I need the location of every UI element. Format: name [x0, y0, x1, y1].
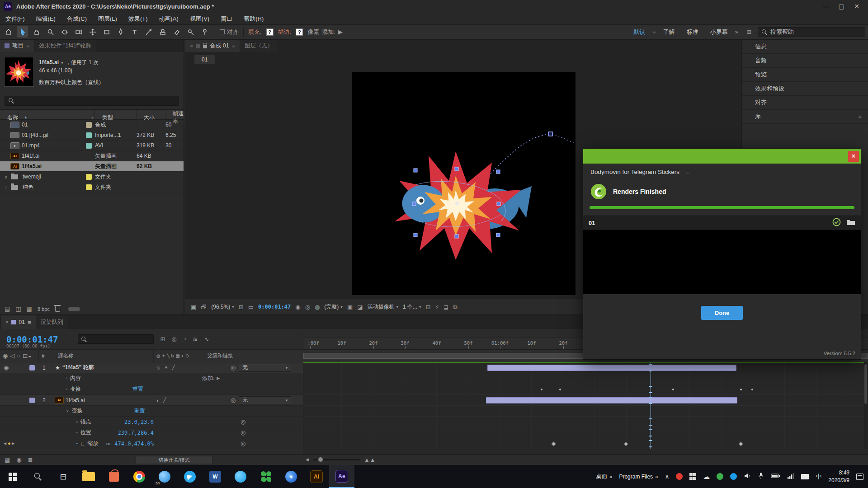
shape-tool[interactable] — [101, 26, 112, 38]
layer-name[interactable]: 1f4a5.ai — [66, 397, 85, 404]
panel-preview[interactable]: 预览 — [742, 68, 868, 82]
start-button[interactable] — [0, 465, 25, 488]
project-row[interactable]: ›纯色 文件夹 — [0, 182, 184, 192]
expand-layers-icon[interactable]: ▦ — [5, 457, 10, 463]
timeline-scrollbar[interactable] — [864, 362, 868, 449]
always-preview-icon[interactable]: ▣ — [191, 304, 196, 310]
label-chip[interactable] — [86, 164, 92, 169]
selection-tool[interactable] — [17, 26, 28, 38]
composition-artwork[interactable] — [352, 72, 576, 295]
keyframe-dot[interactable] — [751, 389, 753, 390]
interpret-footage-icon[interactable]: ▤ — [5, 306, 10, 312]
layer-label-chip[interactable] — [29, 398, 35, 403]
fast-previews-icon[interactable]: ⚡ — [435, 304, 439, 310]
menu-window[interactable]: 窗口 — [221, 15, 232, 23]
add-property-button[interactable]: 添加:▶ — [202, 375, 220, 382]
fill-swatch[interactable]: ? — [266, 28, 274, 36]
task-view-button[interactable]: ⊟ — [51, 465, 76, 488]
hand-tool[interactable] — [31, 26, 42, 38]
snap-checkbox[interactable]: 对齐 — [220, 29, 239, 35]
ime-indicator[interactable]: 中 — [816, 473, 821, 481]
pixel-aspect-icon[interactable]: ⊟ — [426, 304, 431, 310]
eraser-tool[interactable] — [171, 26, 182, 38]
microphone-icon[interactable] — [758, 472, 764, 481]
timeline-property-row[interactable]: ›内容 添加:▶ — [0, 373, 303, 384]
keyframe-dot[interactable] — [740, 389, 742, 390]
tab-project[interactable]: 项目≡ — [0, 40, 34, 52]
resolution-select[interactable]: (完整)▾ — [324, 303, 343, 311]
touch-keyboard-icon[interactable] — [801, 474, 809, 479]
project-row-selected[interactable]: Ai1f4a5.ai 矢量插画62 KB — [0, 161, 184, 172]
clock[interactable]: 8:49 2020/3/9 — [828, 469, 849, 483]
viewer-tab-01[interactable]: 01 — [194, 55, 215, 64]
stopwatch-icon[interactable]: ◔ — [75, 441, 78, 446]
minimize-button[interactable]: — — [818, 0, 834, 13]
speedball-app-icon[interactable]: .60 — [152, 465, 177, 488]
brush-tool[interactable] — [143, 26, 154, 38]
tab-timeline-01[interactable]: × 01≡ — [1, 315, 36, 329]
word-icon[interactable]: W — [203, 465, 228, 488]
desktop-toolbar[interactable]: 桌面» — [596, 473, 613, 480]
graph-editor-icon[interactable]: ∿ — [204, 336, 209, 342]
composition-canvas[interactable] — [352, 72, 576, 295]
layer-name[interactable]: “1f4a5” 轮廓 — [62, 364, 94, 371]
menu-animation[interactable]: 动画(A) — [159, 15, 179, 23]
flowchart-icon[interactable]: ⧉ — [453, 304, 458, 310]
tab-effect-controls[interactable]: 效果控件 "1f41f"轮廓 — [35, 40, 96, 52]
dialog-titlebar[interactable]: ✕ — [583, 149, 861, 164]
show-snapshot-icon[interactable]: ◎ — [305, 304, 310, 310]
dialog-menu-icon[interactable]: ≡ — [686, 169, 689, 175]
grid-options-icon[interactable]: ⊞ — [239, 304, 244, 310]
label-chip[interactable] — [86, 143, 92, 149]
illustrator-icon[interactable]: Ai — [304, 465, 329, 488]
close-tab-icon[interactable]: × — [5, 319, 9, 325]
workspace-small-screen[interactable]: 小屏幕 — [710, 28, 728, 36]
zoom-tool[interactable] — [45, 26, 56, 38]
battery-icon[interactable] — [771, 473, 780, 480]
twirl-icon[interactable]: › — [66, 376, 67, 380]
frame-blend-icon[interactable]: ◔ — [183, 336, 187, 342]
orbit-tool[interactable] — [59, 26, 70, 38]
tray-expand-icon[interactable]: ∧ — [665, 474, 670, 479]
draft3d-icon[interactable]: ◎ — [171, 336, 176, 342]
parent-select[interactable]: 无▾ — [239, 364, 291, 372]
stopwatch-icon[interactable]: ◔ — [75, 430, 78, 436]
magnification-select[interactable]: (96.5%)▾ — [211, 304, 234, 310]
program-files-toolbar[interactable]: Program Files» — [619, 474, 658, 480]
workspace-switcher-icon[interactable]: ⊞ — [746, 29, 751, 35]
layer-duration-bar[interactable] — [486, 397, 737, 404]
tab-render-queue[interactable]: 渲染队列 — [36, 315, 68, 329]
maximize-button[interactable]: ▢ — [834, 0, 849, 13]
source-name-column[interactable]: 源名称 — [55, 350, 154, 362]
parent-select[interactable]: 无▾ — [239, 396, 291, 404]
graph-toggle-icon[interactable]: ◉ — [16, 457, 21, 463]
tray-grid-icon[interactable] — [689, 473, 696, 480]
timeline-property-row[interactable]: ◔位置239.7,286.4 ◎ — [0, 427, 303, 438]
tray-app-blue-icon[interactable] — [730, 473, 737, 480]
viewer-timecode[interactable]: 0:00:01:47 — [258, 304, 291, 310]
pickwhip-icon[interactable]: ◎ — [241, 441, 245, 446]
workspace-standard[interactable]: 标准 — [687, 28, 698, 36]
view-layout-select[interactable]: 1 个...▾ — [403, 303, 421, 311]
comp-flowchart-icon[interactable]: ⊞ — [160, 336, 165, 342]
help-search-input[interactable]: 搜索帮助 — [758, 27, 865, 37]
stopwatch-icon[interactable]: ◔ — [75, 419, 78, 425]
add-keyframe-icon[interactable]: ◆ — [8, 442, 10, 446]
volume-icon[interactable] — [744, 472, 751, 481]
chrome-icon[interactable] — [127, 465, 152, 488]
project-bit-depth[interactable]: 8 bpc — [38, 306, 50, 312]
transparency-grid-icon[interactable]: ◪ — [357, 304, 363, 310]
add-icon[interactable]: ▶ — [217, 376, 220, 380]
menu-effect[interactable]: 效果(T) — [128, 15, 148, 23]
timeline-layer-row[interactable]: ◉ 1 ★“1f4a5” 轮廓 ◇☀╱ ◎ 无▾ — [0, 362, 303, 373]
pickwhip-icon[interactable]: ◎ — [231, 365, 236, 371]
column-size[interactable]: 大小 — [137, 110, 165, 125]
property-value[interactable]: 474.0,474.0% — [114, 441, 154, 447]
timeline-timecode[interactable]: 0:00:01:47 — [6, 334, 58, 344]
workspace-default[interactable]: 默认 — [633, 28, 645, 36]
link-scale-icon[interactable]: ∞ — [106, 441, 110, 446]
stroke-swatch[interactable]: ? — [296, 28, 303, 36]
menu-help[interactable]: 帮助(H) — [244, 15, 264, 23]
scroll-pill[interactable] — [68, 307, 80, 311]
property-value[interactable]: 23.0,23.0 — [124, 419, 154, 425]
